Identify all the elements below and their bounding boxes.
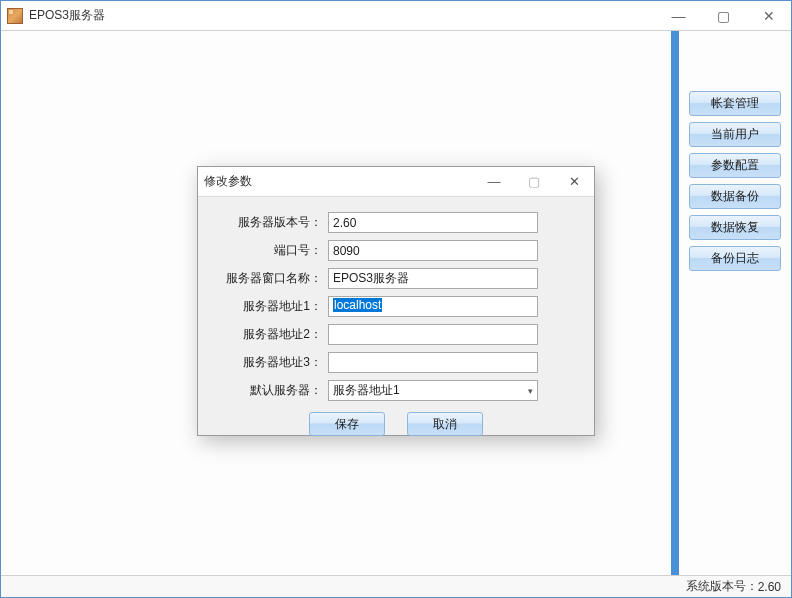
cancel-button[interactable]: 取消 [407, 412, 483, 436]
dialog-controls: — ▢ ✕ [474, 167, 594, 196]
form-row-window-name: 服务器窗口名称： [216, 267, 576, 290]
content-area: 修改参数 — ▢ ✕ 服务器版本号： 端口号： [1, 31, 679, 575]
sidebar-btn-current-user[interactable]: 当前用户 [689, 122, 781, 147]
label-default: 默认服务器： [216, 382, 328, 399]
status-bar: 系统版本号： 2.60 [1, 575, 791, 597]
input-window-name[interactable] [328, 268, 538, 289]
label-addr3: 服务器地址3： [216, 354, 328, 371]
window-title: EPOS3服务器 [29, 7, 656, 24]
status-version-label: 系统版本号： [686, 578, 758, 595]
input-addr1[interactable]: localhost [328, 296, 538, 317]
status-version-value: 2.60 [758, 580, 781, 594]
minimize-button[interactable]: — [656, 1, 701, 30]
dialog-minimize-button[interactable]: — [474, 167, 514, 196]
main-window: EPOS3服务器 — ▢ ✕ 修改参数 — ▢ ✕ [0, 0, 792, 598]
form-row-default: 默认服务器： 服务器地址1 ▾ [216, 379, 576, 402]
app-icon [7, 8, 23, 24]
chevron-down-icon: ▾ [528, 386, 533, 396]
sidebar-btn-backup-log[interactable]: 备份日志 [689, 246, 781, 271]
sidebar-btn-account-mgmt[interactable]: 帐套管理 [689, 91, 781, 116]
right-sidebar: 帐套管理 当前用户 参数配置 数据备份 数据恢复 备份日志 [679, 31, 791, 575]
form-row-addr2: 服务器地址2： [216, 323, 576, 346]
modify-params-dialog: 修改参数 — ▢ ✕ 服务器版本号： 端口号： [197, 166, 595, 436]
label-addr1: 服务器地址1： [216, 298, 328, 315]
label-version: 服务器版本号： [216, 214, 328, 231]
sidebar-btn-data-backup[interactable]: 数据备份 [689, 184, 781, 209]
dialog-buttons: 保存 取消 [216, 412, 576, 436]
dialog-titlebar: 修改参数 — ▢ ✕ [198, 167, 594, 197]
window-controls: — ▢ ✕ [656, 1, 791, 30]
input-addr1-selection: localhost [333, 298, 382, 312]
label-window-name: 服务器窗口名称： [216, 270, 328, 287]
form-row-version: 服务器版本号： [216, 211, 576, 234]
select-default-value: 服务器地址1 [333, 382, 400, 399]
input-port[interactable] [328, 240, 538, 261]
save-button[interactable]: 保存 [309, 412, 385, 436]
label-port: 端口号： [216, 242, 328, 259]
main-body: 修改参数 — ▢ ✕ 服务器版本号： 端口号： [1, 31, 791, 575]
dialog-body: 服务器版本号： 端口号： 服务器窗口名称： 服务器地址1： localhost [198, 197, 594, 446]
titlebar: EPOS3服务器 — ▢ ✕ [1, 1, 791, 31]
close-button[interactable]: ✕ [746, 1, 791, 30]
input-addr3[interactable] [328, 352, 538, 373]
sidebar-btn-data-restore[interactable]: 数据恢复 [689, 215, 781, 240]
dialog-close-button[interactable]: ✕ [554, 167, 594, 196]
dialog-maximize-button: ▢ [514, 167, 554, 196]
form-row-addr3: 服务器地址3： [216, 351, 576, 374]
maximize-button[interactable]: ▢ [701, 1, 746, 30]
form-row-port: 端口号： [216, 239, 576, 262]
input-addr2[interactable] [328, 324, 538, 345]
sidebar-btn-param-config[interactable]: 参数配置 [689, 153, 781, 178]
form-row-addr1: 服务器地址1： localhost [216, 295, 576, 318]
input-version[interactable] [328, 212, 538, 233]
dialog-title: 修改参数 [204, 173, 474, 190]
select-default-server[interactable]: 服务器地址1 ▾ [328, 380, 538, 401]
label-addr2: 服务器地址2： [216, 326, 328, 343]
